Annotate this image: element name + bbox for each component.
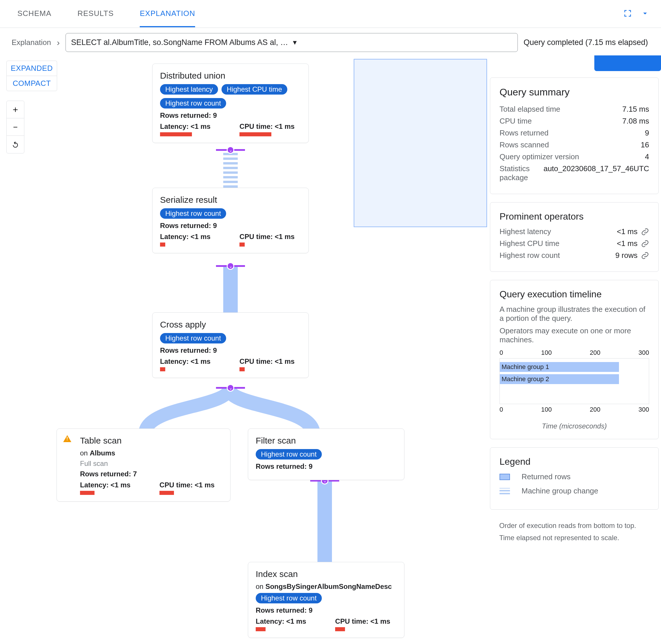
summary-row: Total elapsed time7.15 ms bbox=[499, 105, 649, 114]
prominent-row: Highest row count 9 rows bbox=[499, 251, 649, 260]
tick: 200 bbox=[590, 349, 600, 356]
summary-row: Statistics packageauto_20230608_17_57_46… bbox=[499, 164, 649, 182]
query-text: SELECT al.AlbumTitle, so.SongName FROM A… bbox=[71, 38, 292, 47]
node-cpu: CPU time: <1 ms bbox=[335, 617, 390, 625]
node-cross-apply[interactable]: Cross apply Highest row count Rows retur… bbox=[152, 313, 309, 378]
node-title: Distributed union bbox=[160, 71, 301, 80]
cpu-bar bbox=[335, 627, 345, 631]
legend-swatch-change bbox=[499, 488, 510, 494]
badge-highest-latency: Highest latency bbox=[160, 84, 218, 95]
prominent-value: 9 rows bbox=[615, 251, 638, 260]
node-title: Serialize result bbox=[160, 195, 301, 205]
node-subtitle: on SongsBySingerAlbumSongNameDesc bbox=[256, 582, 397, 591]
node-latency: Latency: <1 ms bbox=[256, 617, 306, 625]
cpu-bar bbox=[160, 491, 174, 495]
summary-value: 7.15 ms bbox=[622, 105, 650, 114]
panel-query-summary: Query summary Total elapsed time7.15 msC… bbox=[490, 77, 659, 194]
cpu-bar bbox=[239, 243, 245, 247]
legend-label: Machine group change bbox=[522, 486, 598, 496]
query-status: Query completed (7.15 ms elapsed) bbox=[524, 38, 648, 47]
node-serialize-result[interactable]: Serialize result Highest row count Rows … bbox=[152, 188, 309, 253]
link-icon[interactable] bbox=[641, 239, 649, 248]
timeline-bar: Machine group 1 bbox=[500, 362, 619, 372]
tick: 0 bbox=[499, 349, 503, 356]
tab-explanation[interactable]: EXPLANATION bbox=[140, 0, 195, 27]
summary-key: Rows scanned bbox=[499, 140, 549, 150]
summary-value: 7.08 ms bbox=[622, 117, 650, 125]
summary-value: 4 bbox=[645, 152, 649, 161]
summary-row: Rows returned9 bbox=[499, 129, 649, 138]
prominent-row: Highest latency <1 ms bbox=[499, 227, 649, 236]
node-rows: Rows returned: 9 bbox=[160, 346, 301, 354]
expand-chevron-icon[interactable] bbox=[641, 9, 650, 19]
node-title: Cross apply bbox=[160, 320, 301, 329]
latency-bar bbox=[160, 243, 165, 247]
node-distributed-union[interactable]: Distributed union Highest latency Highes… bbox=[152, 64, 309, 143]
tick: 300 bbox=[638, 406, 649, 413]
node-title: Table scan bbox=[80, 436, 223, 445]
panel-desc: A machine group illustrates the executio… bbox=[499, 305, 649, 323]
summary-key: Query optimizer version bbox=[499, 152, 579, 161]
prominent-row: Highest CPU time <1 ms bbox=[499, 239, 649, 248]
summary-row: Query optimizer version4 bbox=[499, 152, 649, 161]
tick: 200 bbox=[590, 406, 600, 413]
node-title: Index scan bbox=[256, 569, 397, 579]
timeline-bar: Machine group 2 bbox=[500, 374, 619, 384]
summary-key: Rows returned bbox=[499, 129, 548, 138]
badge-highest-rowcount: Highest row count bbox=[160, 98, 226, 109]
node-rows: Rows returned: 9 bbox=[256, 462, 397, 470]
tab-results[interactable]: RESULTS bbox=[77, 0, 114, 27]
panel-desc: Operators may execute on one or more mac… bbox=[499, 326, 649, 344]
node-index-scan[interactable]: Index scan on SongsBySingerAlbumSongName… bbox=[248, 562, 404, 638]
node-connector-icon: ⌄ bbox=[227, 146, 234, 154]
node-cpu: CPU time: <1 ms bbox=[239, 233, 294, 241]
node-cpu: CPU time: <1 ms bbox=[239, 122, 294, 131]
node-cpu: CPU time: <1 ms bbox=[160, 481, 215, 489]
panel-title: Query summary bbox=[499, 87, 649, 98]
prominent-value: <1 ms bbox=[617, 239, 638, 248]
primary-action-button[interactable] bbox=[594, 55, 661, 71]
tick: 100 bbox=[541, 406, 552, 413]
node-latency: Latency: <1 ms bbox=[80, 481, 131, 489]
node-rows: Rows returned: 7 bbox=[80, 470, 223, 478]
panel-legend: Legend Returned rows Machine group chang… bbox=[490, 447, 659, 510]
dropdown-caret-icon[interactable]: ▼ bbox=[292, 39, 512, 46]
node-title: Filter scan bbox=[256, 436, 397, 445]
fullscreen-icon[interactable] bbox=[623, 9, 632, 19]
node-cpu: CPU time: <1 ms bbox=[239, 358, 294, 366]
node-rows: Rows returned: 9 bbox=[256, 606, 397, 615]
summary-key: CPU time bbox=[499, 117, 532, 125]
node-filter-scan[interactable]: Filter scan Highest row count Rows retur… bbox=[248, 429, 404, 480]
badge-highest-rowcount: Highest row count bbox=[160, 208, 226, 219]
chevron-right-icon: › bbox=[57, 38, 60, 48]
panel-title: Prominent operators bbox=[499, 211, 649, 222]
badge-highest-cpu: Highest CPU time bbox=[221, 84, 287, 95]
panel-timeline: Query execution timeline A machine group… bbox=[490, 280, 659, 439]
summary-row: CPU time7.08 ms bbox=[499, 117, 649, 125]
query-select[interactable]: SELECT al.AlbumTitle, so.SongName FROM A… bbox=[66, 33, 518, 52]
node-rows: Rows returned: 9 bbox=[160, 222, 301, 230]
warning-icon bbox=[63, 435, 71, 442]
node-latency: Latency: <1 ms bbox=[160, 358, 211, 366]
node-subtitle: on Albums bbox=[80, 449, 223, 457]
minimap[interactable] bbox=[354, 59, 487, 227]
link-icon[interactable] bbox=[641, 228, 649, 236]
node-table-scan[interactable]: Table scan on Albums Full scan Rows retu… bbox=[56, 429, 231, 502]
cpu-bar bbox=[239, 132, 272, 136]
node-latency: Latency: <1 ms bbox=[160, 122, 211, 131]
link-icon[interactable] bbox=[641, 252, 649, 260]
x-axis-label: Time (microseconds) bbox=[499, 422, 649, 430]
prominent-key: Highest CPU time bbox=[499, 239, 560, 248]
panel-title: Query execution timeline bbox=[499, 289, 649, 300]
node-latency: Latency: <1 ms bbox=[160, 233, 211, 241]
badge-highest-rowcount: Highest row count bbox=[256, 449, 322, 460]
latency-bar bbox=[256, 627, 265, 631]
prominent-value: <1 ms bbox=[617, 227, 638, 236]
breadcrumb-label: Explanation bbox=[11, 38, 51, 47]
tab-schema[interactable]: SCHEMA bbox=[17, 0, 51, 27]
summary-value: 16 bbox=[641, 140, 649, 150]
node-connector-icon: ⌄ bbox=[227, 262, 234, 270]
node-connector-icon: ⌄ bbox=[227, 384, 234, 392]
node-rows: Rows returned: 9 bbox=[160, 111, 301, 119]
panel-title: Legend bbox=[499, 456, 649, 467]
